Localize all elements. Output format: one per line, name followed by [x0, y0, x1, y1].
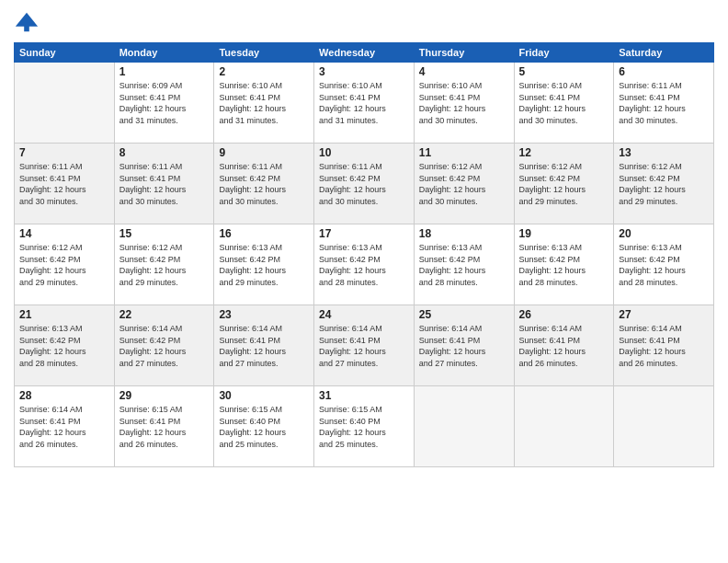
day-number: 22	[119, 308, 210, 321]
logo	[14, 9, 43, 35]
day-number: 30	[219, 389, 309, 402]
day-number: 21	[19, 308, 109, 321]
day-number: 3	[319, 65, 409, 78]
svg-rect-1	[24, 25, 29, 31]
calendar-cell: 4Sunrise: 6:10 AM Sunset: 6:41 PM Daylig…	[414, 63, 514, 144]
calendar-table: SundayMondayTuesdayWednesdayThursdayFrid…	[14, 42, 714, 467]
header-row: SundayMondayTuesdayWednesdayThursdayFrid…	[15, 43, 714, 63]
calendar-cell: 25Sunrise: 6:14 AM Sunset: 6:41 PM Dayli…	[414, 305, 514, 386]
cell-info: Sunrise: 6:11 AM Sunset: 6:41 PM Dayligh…	[119, 161, 210, 207]
calendar-cell: 21Sunrise: 6:13 AM Sunset: 6:42 PM Dayli…	[15, 305, 115, 386]
day-number: 24	[319, 308, 409, 321]
logo-icon	[14, 9, 40, 35]
day-number: 5	[519, 65, 609, 78]
calendar-cell	[414, 386, 514, 467]
day-number: 13	[619, 146, 709, 159]
calendar-cell: 26Sunrise: 6:14 AM Sunset: 6:41 PM Dayli…	[514, 305, 614, 386]
calendar-cell: 22Sunrise: 6:14 AM Sunset: 6:42 PM Dayli…	[114, 305, 214, 386]
day-number: 28	[19, 389, 109, 402]
calendar-cell: 3Sunrise: 6:10 AM Sunset: 6:41 PM Daylig…	[314, 63, 415, 144]
cell-info: Sunrise: 6:14 AM Sunset: 6:41 PM Dayligh…	[519, 323, 609, 369]
day-number: 16	[219, 227, 309, 240]
cell-info: Sunrise: 6:10 AM Sunset: 6:41 PM Dayligh…	[219, 80, 309, 126]
day-number: 4	[419, 65, 509, 78]
cell-info: Sunrise: 6:14 AM Sunset: 6:41 PM Dayligh…	[419, 323, 509, 369]
day-number: 6	[619, 65, 709, 78]
calendar-cell: 5Sunrise: 6:10 AM Sunset: 6:41 PM Daylig…	[514, 63, 614, 144]
cell-info: Sunrise: 6:15 AM Sunset: 6:40 PM Dayligh…	[319, 404, 409, 450]
calendar-week-4: 21Sunrise: 6:13 AM Sunset: 6:42 PM Dayli…	[15, 305, 714, 386]
cell-info: Sunrise: 6:15 AM Sunset: 6:41 PM Dayligh…	[119, 404, 210, 450]
day-number: 26	[519, 308, 609, 321]
cell-info: Sunrise: 6:12 AM Sunset: 6:42 PM Dayligh…	[119, 242, 210, 288]
svg-marker-0	[16, 13, 38, 27]
day-number: 25	[419, 308, 509, 321]
day-number: 17	[319, 227, 409, 240]
calendar-cell: 13Sunrise: 6:12 AM Sunset: 6:42 PM Dayli…	[614, 144, 714, 224]
cell-info: Sunrise: 6:11 AM Sunset: 6:41 PM Dayligh…	[19, 161, 109, 207]
calendar-cell: 19Sunrise: 6:13 AM Sunset: 6:42 PM Dayli…	[514, 224, 614, 305]
calendar-week-1: 1Sunrise: 6:09 AM Sunset: 6:41 PM Daylig…	[15, 63, 714, 144]
day-number: 11	[419, 146, 509, 159]
day-header-sunday: Sunday	[15, 43, 115, 63]
calendar-week-5: 28Sunrise: 6:14 AM Sunset: 6:41 PM Dayli…	[15, 386, 714, 467]
cell-info: Sunrise: 6:11 AM Sunset: 6:41 PM Dayligh…	[619, 80, 709, 126]
calendar-cell	[15, 63, 115, 144]
cell-info: Sunrise: 6:15 AM Sunset: 6:40 PM Dayligh…	[219, 404, 309, 450]
day-number: 20	[619, 227, 709, 240]
day-header-wednesday: Wednesday	[314, 43, 415, 63]
day-header-friday: Friday	[514, 43, 614, 63]
calendar-cell: 11Sunrise: 6:12 AM Sunset: 6:42 PM Dayli…	[414, 144, 514, 224]
day-number: 19	[519, 227, 609, 240]
day-number: 14	[19, 227, 109, 240]
calendar-cell: 23Sunrise: 6:14 AM Sunset: 6:41 PM Dayli…	[214, 305, 314, 386]
calendar-week-2: 7Sunrise: 6:11 AM Sunset: 6:41 PM Daylig…	[15, 144, 714, 224]
calendar-cell: 17Sunrise: 6:13 AM Sunset: 6:42 PM Dayli…	[314, 224, 415, 305]
cell-info: Sunrise: 6:13 AM Sunset: 6:42 PM Dayligh…	[619, 242, 709, 288]
cell-info: Sunrise: 6:11 AM Sunset: 6:42 PM Dayligh…	[319, 161, 409, 207]
calendar-cell: 18Sunrise: 6:13 AM Sunset: 6:42 PM Dayli…	[414, 224, 514, 305]
cell-info: Sunrise: 6:13 AM Sunset: 6:42 PM Dayligh…	[219, 242, 309, 288]
cell-info: Sunrise: 6:14 AM Sunset: 6:41 PM Dayligh…	[619, 323, 709, 369]
day-number: 1	[119, 65, 210, 78]
calendar-cell: 10Sunrise: 6:11 AM Sunset: 6:42 PM Dayli…	[314, 144, 415, 224]
calendar-cell: 15Sunrise: 6:12 AM Sunset: 6:42 PM Dayli…	[114, 224, 214, 305]
day-number: 10	[319, 146, 409, 159]
page: SundayMondayTuesdayWednesdayThursdayFrid…	[0, 0, 728, 563]
day-number: 29	[119, 389, 210, 402]
cell-info: Sunrise: 6:13 AM Sunset: 6:42 PM Dayligh…	[519, 242, 609, 288]
cell-info: Sunrise: 6:14 AM Sunset: 6:41 PM Dayligh…	[219, 323, 309, 369]
day-header-tuesday: Tuesday	[214, 43, 314, 63]
cell-info: Sunrise: 6:13 AM Sunset: 6:42 PM Dayligh…	[19, 323, 109, 369]
calendar-cell: 27Sunrise: 6:14 AM Sunset: 6:41 PM Dayli…	[614, 305, 714, 386]
day-number: 15	[119, 227, 210, 240]
cell-info: Sunrise: 6:11 AM Sunset: 6:42 PM Dayligh…	[219, 161, 309, 207]
day-number: 27	[619, 308, 709, 321]
calendar-cell: 8Sunrise: 6:11 AM Sunset: 6:41 PM Daylig…	[114, 144, 214, 224]
calendar-cell: 1Sunrise: 6:09 AM Sunset: 6:41 PM Daylig…	[114, 63, 214, 144]
calendar-cell: 14Sunrise: 6:12 AM Sunset: 6:42 PM Dayli…	[15, 224, 115, 305]
cell-info: Sunrise: 6:12 AM Sunset: 6:42 PM Dayligh…	[619, 161, 709, 207]
calendar-cell	[614, 386, 714, 467]
calendar-week-3: 14Sunrise: 6:12 AM Sunset: 6:42 PM Dayli…	[15, 224, 714, 305]
cell-info: Sunrise: 6:12 AM Sunset: 6:42 PM Dayligh…	[19, 242, 109, 288]
day-header-saturday: Saturday	[614, 43, 714, 63]
day-number: 31	[319, 389, 409, 402]
calendar-cell: 9Sunrise: 6:11 AM Sunset: 6:42 PM Daylig…	[214, 144, 314, 224]
day-header-thursday: Thursday	[414, 43, 514, 63]
day-number: 12	[519, 146, 609, 159]
cell-info: Sunrise: 6:10 AM Sunset: 6:41 PM Dayligh…	[319, 80, 409, 126]
calendar-cell: 28Sunrise: 6:14 AM Sunset: 6:41 PM Dayli…	[15, 386, 115, 467]
day-header-monday: Monday	[114, 43, 214, 63]
calendar-cell: 7Sunrise: 6:11 AM Sunset: 6:41 PM Daylig…	[15, 144, 115, 224]
calendar-cell	[514, 386, 614, 467]
day-number: 8	[119, 146, 210, 159]
day-number: 23	[219, 308, 309, 321]
day-number: 18	[419, 227, 509, 240]
calendar-cell: 6Sunrise: 6:11 AM Sunset: 6:41 PM Daylig…	[614, 63, 714, 144]
cell-info: Sunrise: 6:13 AM Sunset: 6:42 PM Dayligh…	[319, 242, 409, 288]
cell-info: Sunrise: 6:14 AM Sunset: 6:42 PM Dayligh…	[119, 323, 210, 369]
calendar-cell: 29Sunrise: 6:15 AM Sunset: 6:41 PM Dayli…	[114, 386, 214, 467]
calendar-cell: 30Sunrise: 6:15 AM Sunset: 6:40 PM Dayli…	[214, 386, 314, 467]
day-number: 2	[219, 65, 309, 78]
